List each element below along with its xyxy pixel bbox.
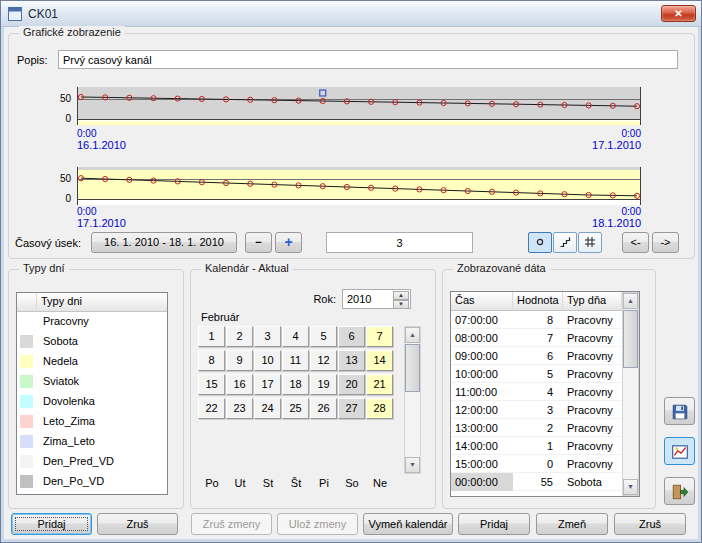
cell-hodnota: 55	[513, 473, 563, 491]
day-type-row-den_po_vd[interactable]: Den_Po_VD	[17, 472, 167, 492]
table-row[interactable]: 08:00:007Pracovny	[451, 329, 622, 347]
calendar-day-10[interactable]: 10	[254, 350, 281, 371]
scroll-down-icon[interactable]: ▼	[405, 457, 420, 473]
table-scrollbar[interactable]: ▲ ▼	[622, 292, 639, 496]
save-button[interactable]	[664, 397, 695, 425]
calendar-day-21[interactable]: 21	[366, 374, 393, 395]
day-type-row-pracovny[interactable]: Pracovny	[17, 312, 167, 332]
day-type-color-swatch	[20, 355, 33, 368]
calendar-day-17[interactable]: 17	[254, 374, 281, 395]
description-input[interactable]	[58, 50, 678, 69]
calendar-day-27[interactable]: 27	[338, 398, 365, 419]
calendar-day-16[interactable]: 16	[226, 374, 253, 395]
calendar-day-28[interactable]: 28	[366, 398, 393, 419]
calendar-day-22[interactable]: 22	[198, 398, 225, 419]
table-row[interactable]: 13:00:002Pracovny	[451, 419, 622, 437]
calendar-day-20[interactable]: 20	[338, 374, 365, 395]
table-row[interactable]: 14:00:001Pracovny	[451, 437, 622, 455]
day-type-row-leto_zima[interactable]: Leto_Zima	[17, 412, 167, 432]
calendar-day-9[interactable]: 9	[226, 350, 253, 371]
calendar-day-1[interactable]: 1	[198, 326, 225, 347]
swap-calendar-button[interactable]: Vymeň kalendár	[363, 513, 453, 535]
next-interval-button[interactable]: ->	[652, 232, 679, 253]
calendar-day-11[interactable]: 11	[282, 350, 309, 371]
chart2-time-start: 0:00	[77, 206, 96, 217]
table-row[interactable]: 15:00:000Pracovny	[451, 455, 622, 473]
steps-mode-button[interactable]	[553, 232, 577, 253]
cell-typ: Sobota	[563, 473, 622, 491]
calendar-day-26[interactable]: 26	[310, 398, 337, 419]
cell-hodnota: 3	[513, 401, 563, 419]
data-edit-button[interactable]: Zmeň	[536, 513, 608, 535]
day-type-row-den_pred_vd[interactable]: Den_Pred_VD	[17, 452, 167, 472]
calendar-day-24[interactable]: 24	[254, 398, 281, 419]
calendar-day-7[interactable]: 7	[366, 326, 393, 347]
table-row[interactable]: 09:00:006Pracovny	[451, 347, 622, 365]
data-add-button[interactable]: Pridaj	[458, 513, 530, 535]
cell-cas: 00:00:00	[451, 473, 513, 491]
cell-hodnota: 1	[513, 437, 563, 455]
calendar-day-12[interactable]: 12	[310, 350, 337, 371]
day-type-name: Sobota	[43, 335, 78, 347]
discard-changes-button: Zruš zmeny	[191, 513, 272, 535]
data-table[interactable]: Čas Hodnota Typ dňa 07:00:008Pracovny08:…	[450, 291, 640, 497]
calendar-day-6[interactable]: 6	[338, 326, 365, 347]
calendar-day-8[interactable]: 8	[198, 350, 225, 371]
day-type-row-zima_leto[interactable]: Zima_Leto	[17, 432, 167, 452]
interval-days-input[interactable]	[326, 232, 473, 253]
table-row[interactable]: 10:00:005Pracovny	[451, 365, 622, 383]
chart-day2-plot[interactable]	[77, 167, 641, 205]
scroll-down-icon[interactable]: ▼	[623, 479, 638, 495]
titlebar: CK01 ✕	[1, 1, 701, 27]
month-label: Február	[201, 311, 240, 323]
calendar-day-19[interactable]: 19	[310, 374, 337, 395]
calendar-scrollbar-thumb[interactable]	[405, 344, 420, 392]
grid-mode-button[interactable]	[578, 232, 602, 253]
table-row[interactable]: 07:00:008Pracovny	[451, 311, 622, 329]
calendar-scrollbar[interactable]: ▲ ▼	[404, 326, 421, 474]
calendar-day-4[interactable]: 4	[282, 326, 309, 347]
calendar-day-3[interactable]: 3	[254, 326, 281, 347]
year-spin-up-icon[interactable]: ▲	[393, 291, 409, 300]
zoom-out-button[interactable]: −	[245, 232, 272, 253]
day-type-add-button[interactable]: Pridaj	[11, 513, 92, 535]
day-types-list[interactable]: Typy dni PracovnySobotaNedelaSviatokDovo…	[16, 292, 168, 495]
day-type-name: Den_Po_VD	[43, 475, 104, 487]
day-type-color-swatch	[20, 395, 33, 408]
data-remove-button[interactable]: Zruš	[614, 513, 686, 535]
table-scrollbar-thumb[interactable]	[623, 310, 638, 368]
graph-view-button[interactable]	[664, 437, 695, 465]
chart-day1-plot[interactable]	[77, 87, 641, 125]
cell-typ: Pracovny	[563, 383, 622, 401]
day-type-row-dovolenka[interactable]: Dovolenka	[17, 392, 167, 412]
calendar-day-13[interactable]: 13	[338, 350, 365, 371]
chart-picture-icon	[671, 443, 689, 461]
day-type-row-sviatok[interactable]: Sviatok	[17, 372, 167, 392]
day-type-row-sobota[interactable]: Sobota	[17, 332, 167, 352]
cell-typ: Pracovny	[563, 419, 622, 437]
calendar-day-18[interactable]: 18	[282, 374, 309, 395]
calendar-day-15[interactable]: 15	[198, 374, 225, 395]
close-button[interactable]: ✕	[661, 5, 696, 22]
day-type-row-nedela[interactable]: Nedela	[17, 352, 167, 372]
table-row[interactable]: 11:00:004Pracovny	[451, 383, 622, 401]
cell-cas: 11:00:00	[451, 383, 513, 401]
date-range-button[interactable]: 16. 1. 2010 - 18. 1. 2010	[91, 232, 237, 253]
year-spin-down-icon[interactable]: ▼	[393, 300, 409, 309]
calendar-day-23[interactable]: 23	[226, 398, 253, 419]
points-mode-button[interactable]	[528, 232, 552, 253]
table-row[interactable]: 00:00:0055Sobota	[451, 473, 622, 491]
calendar-day-2[interactable]: 2	[226, 326, 253, 347]
calendar-day-25[interactable]: 25	[282, 398, 309, 419]
prev-interval-button[interactable]: <-	[622, 232, 649, 253]
cell-typ: Pracovny	[563, 437, 622, 455]
calendar-day-14[interactable]: 14	[366, 350, 393, 371]
exit-button[interactable]	[664, 477, 695, 505]
table-row[interactable]: 12:00:003Pracovny	[451, 401, 622, 419]
scroll-up-icon[interactable]: ▲	[405, 327, 420, 343]
calendar-day-5[interactable]: 5	[310, 326, 337, 347]
scroll-up-icon[interactable]: ▲	[623, 293, 638, 309]
zoom-in-button[interactable]: +	[275, 232, 302, 253]
cell-hodnota: 2	[513, 419, 563, 437]
day-type-remove-button[interactable]: Zruš	[97, 513, 178, 535]
